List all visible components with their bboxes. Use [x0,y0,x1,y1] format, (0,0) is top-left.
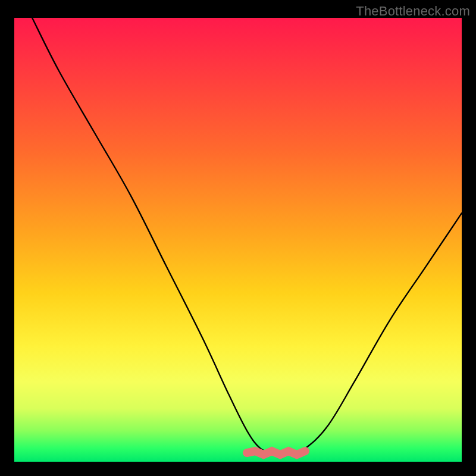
plot-area [14,18,462,462]
chart-svg [14,18,462,462]
sweet-spot-marker [247,451,305,455]
chart-stage: TheBottleneck.com [0,0,476,476]
curve-path [32,18,462,453]
watermark-text: TheBottleneck.com [356,4,470,19]
